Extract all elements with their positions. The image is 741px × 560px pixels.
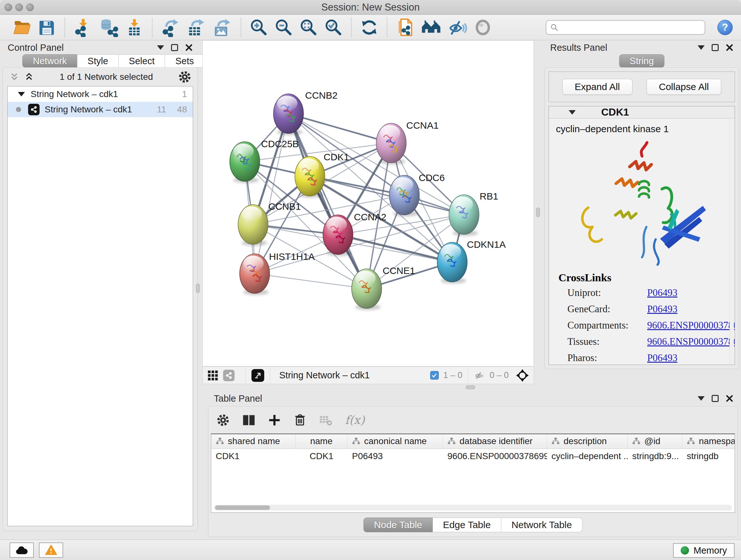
tab-string[interactable]: String bbox=[619, 54, 664, 68]
float-panel-icon[interactable] bbox=[171, 44, 178, 51]
table-cell-shared-name[interactable]: CDK1 bbox=[211, 449, 295, 463]
cloud-button[interactable] bbox=[10, 543, 34, 558]
tab-select[interactable]: Select bbox=[119, 54, 165, 68]
import-network-database-button[interactable] bbox=[99, 18, 119, 37]
close-panel-icon[interactable] bbox=[185, 44, 193, 51]
selected-checkbox-icon[interactable] bbox=[430, 371, 439, 380]
collapse-panel-icon[interactable] bbox=[697, 45, 704, 50]
collapse-panel-icon[interactable] bbox=[157, 45, 164, 50]
tab-network[interactable]: Network bbox=[22, 54, 77, 68]
network-selection-status: 1 of 1 Network selected bbox=[34, 72, 179, 82]
network-canvas[interactable]: CCNB2CCNA1CDC25BCDK1CDC6RB1CCNB1CCNA2CDK… bbox=[202, 40, 534, 367]
hidden-eye-icon[interactable] bbox=[474, 371, 485, 380]
column-header-database-identifier[interactable]: database identifier bbox=[443, 434, 547, 449]
network-edge[interactable] bbox=[255, 273, 367, 289]
float-panel-icon[interactable] bbox=[712, 44, 719, 51]
column-header-description[interactable]: description bbox=[547, 434, 628, 449]
column-header-canonical-name[interactable]: canonical name bbox=[347, 434, 443, 449]
warning-button[interactable] bbox=[39, 543, 63, 558]
crosslink-link-genecard[interactable]: P06493 bbox=[647, 303, 735, 315]
tab-node-table[interactable]: Node Table bbox=[363, 517, 433, 532]
help-button[interactable]: ? bbox=[718, 20, 733, 35]
node-label: CDC25B bbox=[261, 138, 299, 149]
horizontal-scrollbar[interactable] bbox=[214, 505, 732, 510]
close-panel-icon[interactable] bbox=[726, 44, 733, 51]
network-row-selected[interactable]: String Network – cdk1 11 48 bbox=[8, 102, 193, 117]
table-cell-id[interactable]: stringdb:9... bbox=[628, 449, 682, 463]
table-cell-canonical-name[interactable]: P06493 bbox=[347, 449, 443, 463]
expand-all-icon[interactable] bbox=[24, 72, 34, 82]
crosshair-icon[interactable] bbox=[516, 369, 529, 382]
gear-icon[interactable] bbox=[179, 71, 191, 83]
import-network-file-button[interactable] bbox=[73, 18, 92, 37]
zoom-fit-button[interactable] bbox=[299, 18, 318, 37]
crosslink-link-pharos[interactable]: P06493 bbox=[647, 352, 735, 364]
tab-sets[interactable]: Sets bbox=[165, 54, 204, 68]
collapse-panel-icon[interactable] bbox=[697, 396, 704, 401]
add-column-icon[interactable] bbox=[268, 414, 281, 427]
node-label: CCNE1 bbox=[383, 265, 415, 276]
crosslink-link-compartments[interactable]: 9606.ENSP00000378699 bbox=[647, 320, 735, 331]
table-cell-database-identifier[interactable]: 9606.ENSP00000378699 bbox=[443, 449, 547, 463]
crosslink-link-tissues[interactable]: 9606.ENSP00000378699 bbox=[647, 336, 735, 348]
show-home-button[interactable] bbox=[421, 18, 442, 37]
scrollbar-thumb[interactable] bbox=[215, 505, 270, 510]
table-cell-namespac[interactable]: stringdb bbox=[682, 449, 735, 463]
open-session-button[interactable] bbox=[13, 18, 31, 37]
detach-view-icon[interactable] bbox=[252, 369, 264, 382]
tab-style[interactable]: Style bbox=[77, 54, 118, 68]
toolbar-separator bbox=[241, 17, 241, 37]
expand-all-button[interactable]: Expand All bbox=[562, 79, 632, 95]
table-cell-name[interactable]: CDK1 bbox=[295, 449, 347, 463]
results-button-row: Expand All Collapse All bbox=[549, 71, 735, 102]
table-cell-description[interactable]: cyclin–dependent ... bbox=[547, 449, 628, 463]
search-box[interactable] bbox=[546, 20, 705, 35]
network-edge[interactable] bbox=[288, 114, 391, 143]
delete-column-icon[interactable] bbox=[293, 414, 307, 427]
export-image-button[interactable] bbox=[212, 18, 232, 37]
save-session-button[interactable] bbox=[38, 18, 56, 37]
table-row[interactable]: CDK1CDK1P064939606.ENSP00000378699cyclin… bbox=[211, 449, 735, 463]
gene-name: CDK1 bbox=[601, 106, 629, 118]
column-header-shared-name[interactable]: shared name bbox=[211, 434, 295, 449]
gene-card-header[interactable]: CDK1 bbox=[549, 106, 735, 118]
close-panel-icon[interactable] bbox=[726, 395, 733, 402]
selected-counts: 1 – 0 bbox=[443, 370, 462, 380]
network-view-title: String Network – cdk1 bbox=[279, 370, 426, 381]
hide-details-button[interactable] bbox=[448, 18, 467, 37]
column-header-name[interactable]: name bbox=[295, 434, 347, 449]
float-panel-icon[interactable] bbox=[712, 395, 719, 402]
zoom-selected-button[interactable] bbox=[324, 18, 343, 37]
collapse-section-icon[interactable] bbox=[569, 110, 576, 115]
results-scrollbar[interactable] bbox=[730, 119, 734, 365]
refresh-button[interactable] bbox=[360, 18, 379, 37]
splitter-handle[interactable] bbox=[466, 385, 475, 389]
column-type-icon bbox=[632, 437, 641, 445]
show-details-button[interactable] bbox=[474, 18, 492, 37]
clone-network-button[interactable] bbox=[396, 17, 414, 37]
splitter-handle[interactable] bbox=[536, 207, 540, 217]
column-header-id[interactable]: @id bbox=[628, 434, 682, 449]
tree-expand-icon[interactable] bbox=[18, 92, 25, 97]
memory-button[interactable]: Memory bbox=[673, 543, 735, 558]
network-collection-row[interactable]: String Network – cdk1 1 bbox=[8, 86, 193, 102]
show-columns-icon[interactable] bbox=[242, 413, 256, 427]
search-input[interactable] bbox=[562, 22, 701, 32]
tab-edge-table[interactable]: Edge Table bbox=[433, 517, 501, 532]
crosslink-link-uniprot[interactable]: P06493 bbox=[647, 287, 735, 299]
export-table-button[interactable] bbox=[186, 18, 206, 37]
zoom-out-button[interactable] bbox=[274, 18, 293, 37]
collapse-all-button[interactable]: Collapse All bbox=[647, 79, 722, 95]
grid-view-icon[interactable] bbox=[207, 370, 219, 381]
network-edge[interactable] bbox=[255, 114, 288, 273]
collapse-all-icon[interactable] bbox=[9, 72, 19, 82]
column-header-namespac[interactable]: namespac bbox=[682, 434, 735, 449]
splitter-handle[interactable] bbox=[196, 284, 200, 293]
search-icon bbox=[550, 23, 558, 32]
export-network-button[interactable] bbox=[161, 18, 180, 37]
import-table-button[interactable] bbox=[125, 18, 144, 37]
network-thumbnail-icon[interactable] bbox=[223, 370, 234, 381]
zoom-in-button[interactable] bbox=[250, 18, 268, 37]
tab-network-table[interactable]: Network Table bbox=[501, 517, 583, 532]
gear-icon[interactable] bbox=[217, 414, 229, 427]
